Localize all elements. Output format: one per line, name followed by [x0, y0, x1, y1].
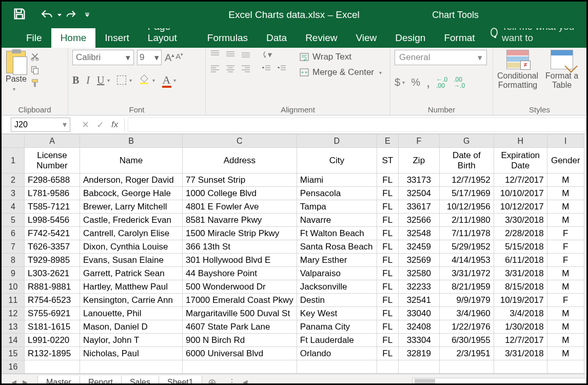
align-bottom-icon[interactable]	[241, 50, 251, 60]
cell[interactable]	[183, 360, 297, 374]
cell[interactable]	[25, 360, 80, 374]
cell[interactable]: 4801 E Fowler Ave	[183, 200, 297, 214]
cancel-formula-icon[interactable]: ✕	[82, 119, 89, 130]
tab-split-handle-icon[interactable]: ⋮	[223, 377, 241, 385]
cell[interactable]: 4607 State Park Lane	[183, 320, 297, 334]
cell[interactable]: 6/11/2018	[494, 254, 547, 267]
cell[interactable]: FL	[377, 320, 398, 334]
cell[interactable]: Mary Esther	[297, 254, 377, 267]
cell[interactable]: L781-9586	[25, 187, 80, 200]
cell[interactable]: Navarre	[297, 214, 377, 227]
cell[interactable]: T929-8985	[25, 254, 80, 267]
cell[interactable]: Santa Rosa Beach	[297, 240, 377, 254]
cell[interactable]	[398, 360, 439, 374]
chevron-down-icon[interactable]: ▾	[13, 86, 15, 92]
comma-button[interactable]: ,	[426, 74, 430, 90]
cell[interactable]: 32459	[398, 240, 439, 254]
currency-button[interactable]: $	[395, 76, 400, 88]
cell[interactable]: City	[297, 148, 377, 174]
cell[interactable]: 44 Bayshore Point	[183, 267, 297, 280]
formula-input[interactable]	[128, 118, 586, 132]
cell[interactable]: Ft Walton Beach	[297, 227, 377, 240]
cell[interactable]: 2/3/1951	[439, 347, 494, 360]
cell[interactable]: 33304	[398, 334, 439, 347]
row-header[interactable]: 4	[2, 200, 25, 214]
paste-button[interactable]: Paste ▾	[6, 50, 27, 93]
cell[interactable]: 8/15/2018	[494, 280, 547, 294]
tab-design[interactable]: Design	[386, 28, 435, 48]
cell[interactable]: 17000 Emerald Coast Pkwy	[183, 294, 297, 307]
cell[interactable]: M	[547, 320, 584, 334]
cell[interactable]: R754-6523	[25, 294, 80, 307]
increase-font-icon[interactable]: A▴	[165, 52, 174, 64]
cell[interactable]: R881-9881	[25, 280, 80, 294]
cell[interactable]	[439, 360, 494, 374]
enter-formula-icon[interactable]: ✓	[96, 119, 104, 130]
cell[interactable]: 32819	[398, 347, 439, 360]
cell[interactable]: M	[547, 267, 584, 280]
cell[interactable]: FL	[377, 280, 398, 294]
save-icon[interactable]	[12, 7, 27, 23]
align-middle-icon[interactable]	[225, 50, 236, 60]
cell[interactable]: M	[547, 174, 584, 187]
column-header[interactable]: A	[25, 134, 80, 148]
cell[interactable]: M	[547, 307, 584, 320]
column-header[interactable]: G	[439, 134, 494, 148]
cell[interactable]: 1/22/1976	[439, 320, 494, 334]
cell[interactable]: Anderson, Roger David	[80, 174, 183, 187]
cell[interactable]: Margaritaville 500 Duval St	[183, 307, 297, 320]
row-header[interactable]: 8	[2, 254, 25, 267]
percent-button[interactable]: %	[411, 76, 420, 88]
column-header[interactable]: E	[377, 134, 398, 148]
tab-formulas[interactable]: Formulas	[198, 28, 257, 48]
underline-button[interactable]: U	[97, 74, 104, 86]
cell[interactable]: Address	[183, 148, 297, 174]
cell[interactable]: 2/11/1980	[439, 214, 494, 227]
cell[interactable]: 32233	[398, 280, 439, 294]
cell[interactable]: S181-1615	[25, 320, 80, 334]
border-icon[interactable]	[117, 75, 126, 85]
cell[interactable]: Panama City	[297, 320, 377, 334]
cell[interactable]: M	[547, 347, 584, 360]
italic-button[interactable]: I	[86, 74, 90, 86]
tab-review[interactable]: Review	[296, 28, 346, 48]
cell[interactable]: 4/14/1953	[439, 254, 494, 267]
cell[interactable]: 500 Wonderwood Dr	[183, 280, 297, 294]
sheet-tab-sales[interactable]: Sales	[122, 376, 159, 386]
cell[interactable]: FL	[377, 227, 398, 240]
cell[interactable]: 9/9/1979	[439, 294, 494, 307]
cell[interactable]	[494, 360, 547, 374]
sheet-nav-next-icon[interactable]: ►	[21, 378, 29, 386]
cell[interactable]: FL	[377, 240, 398, 254]
cell[interactable]: 10/12/2017	[494, 200, 547, 214]
cell[interactable]: 7/11/1978	[439, 227, 494, 240]
format-painter-icon[interactable]	[30, 79, 40, 90]
fill-color-icon[interactable]	[139, 74, 149, 87]
chevron-down-icon[interactable]: ▾	[107, 78, 110, 83]
cell[interactable]: F	[547, 240, 584, 254]
conditional-formatting-button[interactable]: Conditional Formatting	[497, 50, 538, 90]
cell[interactable]: 8/21/1959	[439, 280, 494, 294]
tab-home[interactable]: Home	[51, 28, 96, 48]
row-header[interactable]: 14	[2, 334, 25, 347]
cell[interactable]: 6/30/1955	[439, 334, 494, 347]
cell[interactable]: Zip	[398, 148, 439, 174]
row-header[interactable]: 9	[2, 267, 25, 280]
font-color-button[interactable]: A	[162, 73, 170, 87]
cell[interactable]: 32541	[398, 294, 439, 307]
cell[interactable]	[80, 360, 183, 374]
cell[interactable]: License Number	[25, 148, 80, 174]
cell[interactable]: S755-6921	[25, 307, 80, 320]
cell[interactable]: 366 13th St	[183, 240, 297, 254]
cell[interactable]: Hartley, Matthew Paul	[80, 280, 183, 294]
cell[interactable]: 1000 College Blvd	[183, 187, 297, 200]
tab-view[interactable]: View	[346, 28, 386, 48]
cell[interactable]: FL	[377, 187, 398, 200]
row-header[interactable]: 2	[2, 174, 25, 187]
column-header[interactable]: F	[398, 134, 439, 148]
cell[interactable]: 33617	[398, 200, 439, 214]
cell[interactable]: M	[547, 214, 584, 227]
row-header[interactable]: 3	[2, 187, 25, 200]
row-header[interactable]: 15	[2, 347, 25, 360]
cell[interactable]: 12/7/2017	[494, 334, 547, 347]
